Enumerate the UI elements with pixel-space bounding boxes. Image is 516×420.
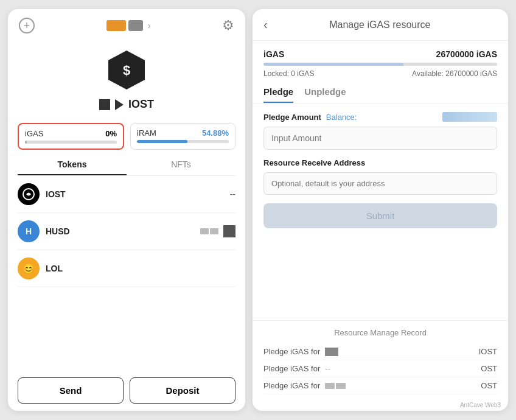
igas-summary-label: iGAS [263, 49, 284, 59]
resource-cards: iGAS 0% iRAM 54.88% [18, 123, 235, 150]
tab-unpledge[interactable]: Unpledge [304, 86, 346, 103]
amount-input[interactable] [263, 127, 497, 150]
svg-text:$: $ [123, 63, 130, 78]
account-name: IOST [128, 98, 154, 111]
record-prefix-0: Pledge iGAS for [263, 347, 320, 356]
husd-bar-2 [210, 228, 218, 234]
husd-amount [200, 225, 235, 237]
igas-summary: iGAS 26700000 iGAS Locked: 0 iGAS Availa… [253, 41, 508, 86]
iost-amount: -- [230, 189, 235, 199]
back-button[interactable]: ‹ [263, 18, 268, 32]
record-bars-2 [325, 383, 346, 389]
settings-icon[interactable]: ⚙ [222, 18, 234, 33]
igas-summary-amount: 26700000 iGAS [436, 49, 497, 59]
pledge-amount-row: Pledge Amount Balance: [263, 112, 497, 122]
record-token-2: OST [481, 381, 497, 390]
left-panel: + › ⚙ $ IOST iGAS 0% [8, 9, 245, 411]
tab-orange[interactable] [106, 20, 126, 31]
igas-bar-fill [25, 141, 27, 144]
lol-icon: 😊 [18, 257, 40, 279]
record-section-title: Resource Manage Record [263, 328, 497, 337]
balance-label: Balance: [326, 113, 357, 122]
pledge-content: Pledge Amount Balance: Resource Receive … [253, 112, 508, 320]
iram-label: iRAM [137, 128, 156, 138]
husd-square [223, 225, 235, 237]
record-item-2: Pledge iGAS for OST [263, 377, 497, 394]
husd-bars [200, 228, 218, 234]
record-section: Resource Manage Record Pledge iGAS for I… [253, 320, 508, 399]
record-item-0: Pledge iGAS for IOST [263, 343, 497, 360]
igas-available: Available: 26700000 iGAS [412, 69, 497, 78]
rec-bar-2 [336, 383, 346, 389]
igas-card-header: iGAS 0% [25, 129, 117, 138]
deposit-button[interactable]: Deposit [130, 377, 235, 404]
husd-bar-1 [200, 228, 209, 234]
tab-arrow-icon: › [148, 21, 151, 30]
igas-pct: 0% [105, 129, 117, 138]
iram-card[interactable]: iRAM 54.88% [130, 123, 235, 150]
tab-pledge[interactable]: Pledge [263, 86, 293, 103]
record-prefix-1: Pledge iGAS for [263, 364, 320, 373]
pledge-tabs: Pledge Unpledge [253, 86, 508, 103]
add-account-button[interactable]: + [19, 18, 35, 33]
igas-locked: Locked: 0 iGAS [263, 69, 314, 78]
iost-name: IOST [46, 189, 66, 199]
record-token-1: OST [481, 364, 497, 373]
igas-sub-row: Locked: 0 iGAS Available: 26700000 iGAS [263, 69, 497, 78]
husd-icon: H [18, 220, 40, 242]
token-item-lol[interactable]: 😊 LOL [18, 250, 235, 287]
iram-bar-fill [137, 140, 187, 143]
right-panel-title: Manage iGAS resource [275, 19, 485, 30]
submit-button[interactable]: Submit [263, 203, 497, 228]
igas-label: iGAS [25, 129, 43, 138]
address-input[interactable] [263, 172, 497, 195]
account-tabs: › [106, 20, 151, 31]
top-bar: + › ⚙ [8, 9, 245, 42]
account-info: IOST [99, 98, 154, 111]
play-icon [115, 99, 124, 110]
iram-bar-bg [137, 140, 229, 143]
logo-area: $ IOST [8, 42, 245, 114]
igas-summary-bar-bg [263, 63, 497, 66]
record-square-0 [325, 348, 338, 356]
record-prefix-2: Pledge iGAS for [263, 381, 320, 390]
igas-card[interactable]: iGAS 0% [18, 123, 124, 150]
watermark: AntCave Web3 [253, 399, 508, 411]
iram-pct: 54.88% [202, 128, 229, 138]
igas-summary-bar-fill [263, 63, 403, 66]
iram-card-header: iRAM 54.88% [137, 128, 229, 138]
igas-bar-bg [25, 141, 117, 144]
tab-nfts[interactable]: NFTs [127, 155, 235, 175]
send-button[interactable]: Send [18, 377, 124, 404]
lol-name: LOL [46, 264, 63, 273]
bottom-buttons: Send Deposit [8, 370, 245, 411]
record-dashes-1: -- [325, 364, 330, 373]
record-item-1: Pledge iGAS for -- OST [263, 360, 497, 377]
pledge-amount-label: Pledge Amount [263, 113, 321, 122]
rec-bar-1 [325, 383, 335, 389]
account-dot-icon [99, 99, 110, 110]
resource-addr-label: Resource Receive Address [263, 158, 497, 167]
tab-gray[interactable] [128, 20, 143, 31]
iost-icon [18, 183, 40, 205]
igas-amount-row: iGAS 26700000 iGAS [263, 49, 497, 59]
husd-name: HUSD [46, 226, 70, 236]
record-token-0: IOST [479, 347, 497, 356]
right-panel: ‹ Manage iGAS resource iGAS 26700000 iGA… [253, 9, 508, 411]
hex-logo: $ [105, 48, 148, 92]
token-tabs-row: Tokens NFTs [18, 155, 235, 176]
token-item-iost[interactable]: IOST -- [18, 176, 235, 213]
token-list: IOST -- H HUSD 😊 LOL [8, 176, 245, 370]
right-header: ‹ Manage iGAS resource [253, 9, 508, 41]
token-item-husd[interactable]: H HUSD [18, 213, 235, 250]
tab-tokens[interactable]: Tokens [18, 155, 127, 175]
balance-bar [442, 112, 497, 122]
